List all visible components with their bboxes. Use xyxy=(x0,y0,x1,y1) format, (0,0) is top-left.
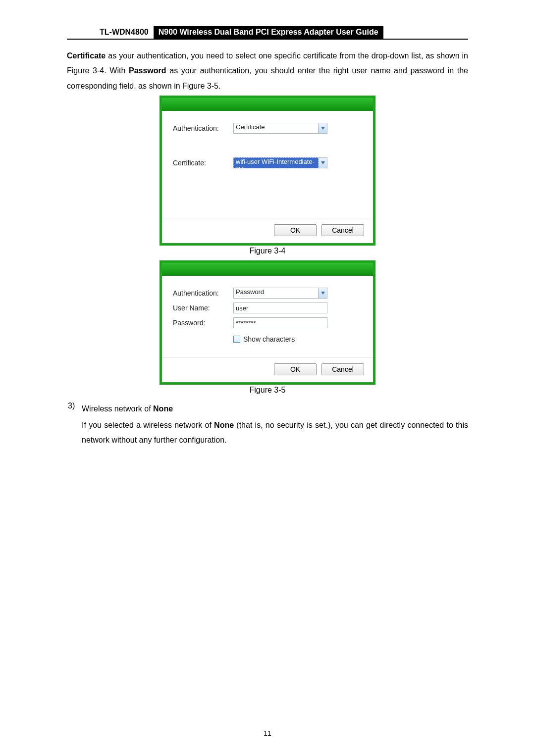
password-label: Password: xyxy=(173,319,233,327)
page-header: TL-WDN4800 N900 Wireless Dual Band PCI E… xyxy=(67,26,468,40)
certificate-combo[interactable]: wifi-user WiFi-Intermediate-CA- xyxy=(233,157,327,168)
cancel-button[interactable]: Cancel xyxy=(321,363,364,375)
dialog-certificate: Authentication: Certificate Certificate:… xyxy=(161,98,374,244)
intro-paragraph: Certificate as your authentication, you … xyxy=(67,49,468,94)
password-input[interactable] xyxy=(233,317,327,328)
show-characters-checkbox[interactable] xyxy=(233,336,240,343)
cancel-button[interactable]: Cancel xyxy=(321,224,364,236)
intro-bold-password: Password xyxy=(129,66,166,75)
auth-combo-value[interactable]: Password xyxy=(233,288,319,299)
auth-label: Authentication: xyxy=(173,124,233,132)
section-3-title: Wireless network of None xyxy=(82,402,468,416)
header-model: TL-WDN4800 xyxy=(97,26,154,39)
chevron-down-icon[interactable] xyxy=(319,157,327,168)
chevron-down-icon[interactable] xyxy=(319,288,327,299)
page-number: 11 xyxy=(0,729,535,737)
auth-combo-value[interactable]: Certificate xyxy=(233,123,319,134)
header-title: N900 Wireless Dual Band PCI Express Adap… xyxy=(154,26,383,39)
chevron-down-icon[interactable] xyxy=(319,123,327,134)
list-number-3: 3) xyxy=(67,402,82,448)
dialog-titlebar[interactable] xyxy=(162,263,373,276)
section-3-none: 3) Wireless network of None If you selec… xyxy=(67,402,468,448)
username-input[interactable] xyxy=(233,302,327,313)
auth-combo[interactable]: Password xyxy=(233,288,327,299)
auth-combo[interactable]: Certificate xyxy=(233,123,327,134)
auth-label: Authentication: xyxy=(173,289,233,297)
dialog-password: Authentication: Password User Name: Pass… xyxy=(161,262,374,383)
figure-3-5-caption: Figure 3-5 xyxy=(67,386,468,395)
figure-3-4-caption: Figure 3-4 xyxy=(67,247,468,255)
username-label: User Name: xyxy=(173,304,233,312)
certificate-label: Certificate: xyxy=(173,159,233,167)
ok-button[interactable]: OK xyxy=(274,224,317,236)
section-3-paragraph: If you selected a wireless network of No… xyxy=(82,418,468,448)
dialog-titlebar[interactable] xyxy=(162,98,373,111)
intro-bold-certificate: Certificate xyxy=(67,51,106,60)
ok-button[interactable]: OK xyxy=(274,363,317,375)
show-characters-label: Show characters xyxy=(243,335,295,343)
certificate-combo-value[interactable]: wifi-user WiFi-Intermediate-CA- xyxy=(233,157,319,168)
